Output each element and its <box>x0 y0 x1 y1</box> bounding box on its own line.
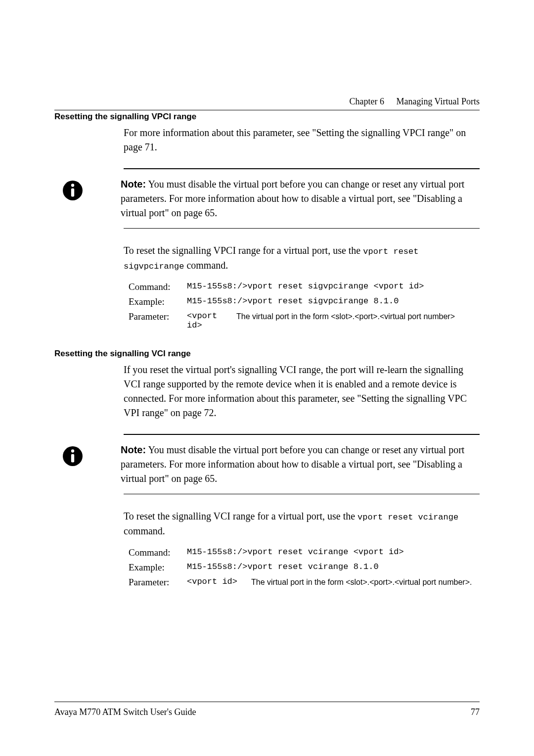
footer-rule <box>54 702 480 702</box>
section-heading-vpci: Resetting the signalling VPCI range <box>54 112 480 122</box>
command-table-1: Command: M15-155s8:/>vport reset sigvpci… <box>129 282 480 330</box>
note-label-2: Note: <box>121 444 146 455</box>
param-desc: The virtual port in the form <slot>.<por… <box>236 311 455 330</box>
footer-book-title: Avaya M770 ATM Switch User's Guide <box>54 707 196 717</box>
lead-pre-2: To reset the signalling VCI range for a … <box>124 511 357 521</box>
note-block-2: Note: You must disable the virtual port … <box>124 434 480 494</box>
lead-in-1: To reset the signalling VPCI range for a… <box>124 243 480 273</box>
label-example: Example: <box>129 296 187 307</box>
note-body-2: You must disable the virtual port before… <box>121 444 464 484</box>
note-text-2: Note: You must disable the virtual port … <box>121 443 480 486</box>
param-name-2: <vport id> <box>187 577 251 588</box>
note-text-1: Note: You must disable the virtual port … <box>121 177 480 220</box>
running-header: Chapter 6 Managing Virtual Ports <box>349 96 480 107</box>
intro-paragraph-1: For more information about this paramete… <box>124 126 480 154</box>
svg-rect-5 <box>71 454 74 463</box>
lead-pre: To reset the signalling VPCI range for a… <box>124 245 363 256</box>
command-table-2: Command: M15-155s8:/>vport reset vcirang… <box>129 547 480 588</box>
header-rule <box>54 110 480 110</box>
chapter-title: Managing Virtual Ports <box>396 96 480 106</box>
chapter-number: Chapter 6 <box>349 96 384 106</box>
label-example-2: Example: <box>129 562 187 573</box>
lead-post: command. <box>184 260 228 271</box>
intro-paragraph-2: If you reset the virtual port's signalli… <box>124 363 480 420</box>
note-label: Note: <box>121 179 146 189</box>
page-footer: Avaya M770 ATM Switch User's Guide 77 <box>54 702 480 717</box>
label-parameter-2: Parameter: <box>129 577 187 588</box>
note-body: You must disable the virtual port before… <box>121 179 464 218</box>
lead-code-2: vport reset vcirange <box>357 513 458 522</box>
info-icon <box>62 446 83 469</box>
note-block-1: Note: You must disable the virtual port … <box>124 168 480 229</box>
example-text: M15-155s8:/>vport reset sigvpcirange 8.1… <box>187 296 399 306</box>
info-icon <box>62 180 83 203</box>
note-rule-bottom-2 <box>124 494 480 495</box>
svg-rect-2 <box>71 188 74 196</box>
label-command-2: Command: <box>129 547 187 558</box>
note-rule-bottom <box>124 228 480 229</box>
command-text: M15-155s8:/>vport reset sigvpcirange <vp… <box>187 282 424 291</box>
param-desc-2: The virtual port in the form <slot>.<por… <box>251 577 472 588</box>
section-intro-2: If you reset the virtual port's signalli… <box>124 363 480 420</box>
svg-point-1 <box>71 184 74 187</box>
section-intro-1: For more information about this paramete… <box>124 126 480 154</box>
lead-in-2: To reset the signalling VCI range for a … <box>124 509 480 538</box>
label-parameter: Parameter: <box>129 311 187 322</box>
lead-post-2: command. <box>124 525 165 536</box>
footer-page-number: 77 <box>471 707 480 717</box>
label-command: Command: <box>129 282 187 292</box>
example-text-2: M15-155s8:/>vport reset vcirange 8.1.0 <box>187 562 379 571</box>
section-heading-vci: Resetting the signalling VCI range <box>54 349 480 359</box>
param-name: <vport id> <box>187 311 236 330</box>
command-text-2: M15-155s8:/>vport reset vcirange <vport … <box>187 547 404 557</box>
svg-point-4 <box>71 449 74 452</box>
